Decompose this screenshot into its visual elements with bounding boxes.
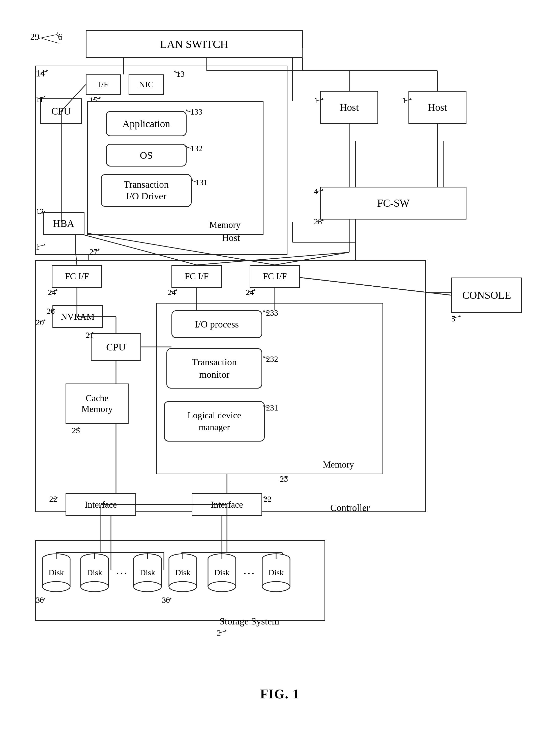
host1-box: Host bbox=[320, 91, 378, 124]
svg-line-31 bbox=[39, 35, 57, 38]
arrow-23 bbox=[281, 476, 289, 482]
svg-point-112 bbox=[81, 582, 108, 592]
svg-marker-91 bbox=[263, 310, 265, 312]
arrow-20 bbox=[37, 319, 47, 325]
arrow-29-6 bbox=[37, 31, 62, 43]
svg-marker-48 bbox=[192, 179, 193, 182]
disk-left-2: Disk bbox=[78, 553, 111, 594]
svg-marker-97 bbox=[55, 496, 57, 499]
svg-marker-89 bbox=[286, 476, 288, 478]
os-box: OS bbox=[106, 144, 187, 166]
svg-marker-78 bbox=[459, 315, 461, 317]
arrow-131 bbox=[190, 179, 199, 185]
arrow-25 bbox=[73, 427, 81, 434]
if-box: I/F bbox=[86, 74, 121, 95]
svg-marker-62 bbox=[322, 219, 323, 221]
fc-if3-box: FC I/F bbox=[250, 265, 300, 288]
arrow-5 bbox=[452, 315, 462, 321]
svg-marker-95 bbox=[263, 405, 265, 407]
memory-ctrl-label: Memory bbox=[323, 459, 354, 470]
arrow-4 bbox=[315, 189, 325, 195]
storage-system-label: Storage System bbox=[219, 616, 279, 627]
arrow-1a bbox=[37, 243, 47, 250]
host2-box: Host bbox=[408, 91, 466, 124]
svg-marker-76 bbox=[254, 289, 255, 291]
figure-caption: FIG. 1 bbox=[260, 687, 300, 701]
controller-label: Controller bbox=[330, 502, 370, 513]
application-box: Application bbox=[106, 111, 187, 136]
arrow-27 bbox=[91, 248, 101, 255]
svg-point-106 bbox=[42, 582, 70, 592]
svg-marker-50 bbox=[44, 211, 45, 213]
transaction-io-driver-box: Transaction I/O Driver bbox=[101, 174, 192, 207]
diagram-container: LAN SWITCH 29 6 Host 14 I/F NIC 15 bbox=[15, 15, 545, 709]
svg-marker-74 bbox=[175, 289, 177, 291]
fc-sw-box: FC-SW bbox=[320, 187, 466, 219]
svg-marker-101 bbox=[225, 630, 226, 632]
arrow-132 bbox=[185, 145, 193, 152]
disk-right-2: Disk bbox=[205, 553, 238, 594]
console-box: CONSOLE bbox=[451, 277, 522, 313]
svg-marker-58 bbox=[410, 98, 412, 100]
arrow-11 bbox=[37, 95, 47, 102]
svg-text:Disk: Disk bbox=[175, 568, 190, 577]
arrow-13 bbox=[173, 70, 185, 78]
arrow-26 bbox=[47, 308, 56, 314]
svg-line-33 bbox=[57, 35, 59, 37]
svg-marker-54 bbox=[98, 248, 100, 251]
arrow-24b bbox=[168, 289, 179, 295]
dots-left: ··· bbox=[116, 567, 128, 580]
cpu-ctrl-box: CPU bbox=[91, 333, 141, 361]
arrow-133 bbox=[185, 109, 193, 115]
svg-marker-93 bbox=[263, 356, 265, 358]
svg-line-34 bbox=[42, 38, 59, 43]
interface1-box: Interface bbox=[66, 493, 136, 516]
svg-marker-87 bbox=[78, 427, 80, 430]
lan-switch-box: LAN SWITCH bbox=[86, 30, 303, 58]
arrow-12 bbox=[37, 211, 47, 217]
disk-right-1: Disk bbox=[166, 553, 199, 594]
arrow-22a bbox=[50, 496, 59, 503]
svg-marker-38 bbox=[99, 97, 101, 99]
svg-text:Disk: Disk bbox=[87, 568, 102, 577]
arrow-30b bbox=[163, 598, 173, 604]
arrow-28 bbox=[315, 219, 325, 225]
nic-box: NIC bbox=[129, 74, 164, 95]
arrow-22b bbox=[262, 496, 271, 503]
arrow-2 bbox=[218, 630, 228, 637]
svg-marker-99 bbox=[263, 496, 265, 499]
disk-left-1: Disk bbox=[40, 553, 73, 594]
fc-if2-box: FC I/F bbox=[171, 265, 222, 288]
fc-if1-box: FC I/F bbox=[52, 265, 102, 288]
interface2-box: Interface bbox=[192, 493, 262, 516]
svg-marker-83 bbox=[92, 332, 94, 334]
transaction-monitor-box: Transaction monitor bbox=[166, 348, 262, 389]
svg-marker-40 bbox=[174, 70, 176, 73]
svg-text:Disk: Disk bbox=[269, 568, 284, 577]
arrow-24a bbox=[49, 289, 59, 295]
svg-marker-42 bbox=[44, 95, 45, 98]
svg-marker-44 bbox=[186, 109, 188, 111]
svg-marker-81 bbox=[53, 308, 55, 311]
svg-marker-46 bbox=[186, 145, 188, 148]
svg-point-132 bbox=[208, 582, 236, 592]
svg-marker-60 bbox=[322, 189, 323, 191]
svg-marker-72 bbox=[56, 289, 57, 291]
svg-marker-85 bbox=[44, 319, 45, 322]
svg-text:Disk: Disk bbox=[140, 568, 155, 577]
arrow-233 bbox=[262, 310, 271, 316]
dots-right: ··· bbox=[243, 567, 255, 580]
arrow-30a bbox=[37, 598, 47, 604]
cache-memory-box: Cache Memory bbox=[66, 384, 129, 424]
arrow-14 bbox=[39, 69, 49, 77]
arrow-21 bbox=[86, 332, 95, 338]
arrow-232 bbox=[262, 356, 271, 362]
svg-marker-36 bbox=[46, 69, 48, 72]
disk-left-3: Disk bbox=[131, 553, 164, 594]
hba-box: HBA bbox=[43, 212, 84, 235]
arrow-1c bbox=[403, 98, 413, 104]
svg-marker-141 bbox=[170, 598, 171, 600]
arrow-24c bbox=[247, 289, 257, 295]
svg-marker-56 bbox=[322, 98, 323, 100]
memory-host-label: Memory bbox=[209, 219, 241, 230]
